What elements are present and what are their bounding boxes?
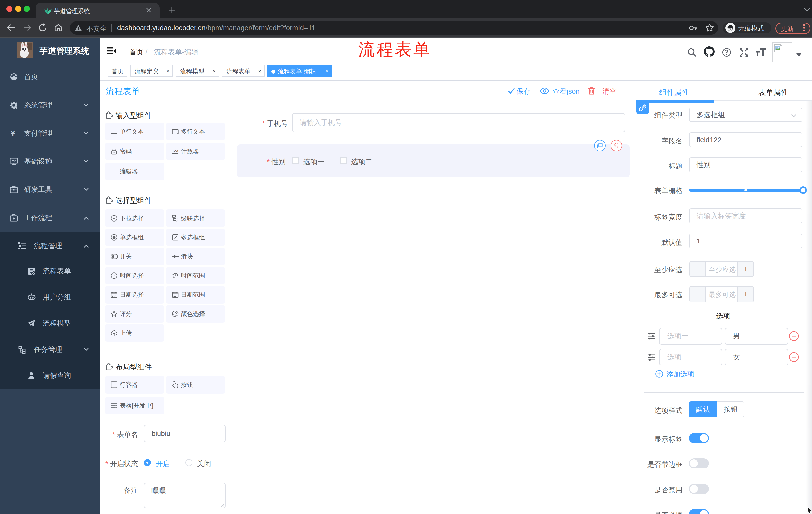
svg-text:123: 123 — [172, 149, 178, 153]
